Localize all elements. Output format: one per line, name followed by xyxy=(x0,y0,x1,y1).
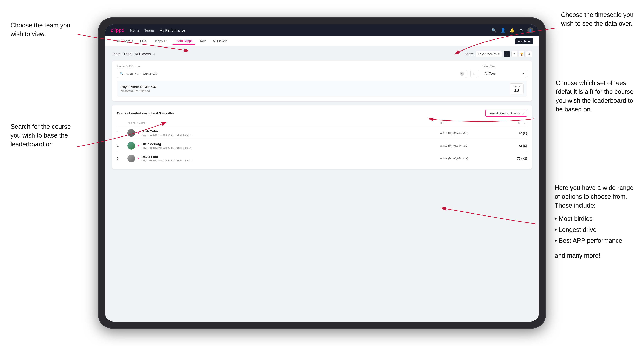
favorite-button[interactable]: ☆ xyxy=(470,70,478,77)
player-rank-3: 3 xyxy=(117,157,128,161)
subnav-pga[interactable]: PGA xyxy=(137,38,150,44)
tee-dropdown[interactable]: All Tees ▾ xyxy=(482,70,527,77)
time-period-dropdown[interactable]: Last 3 months ▾ xyxy=(476,51,502,57)
nav-link-my-performance[interactable]: My Performance xyxy=(160,28,185,32)
list-view-button[interactable]: ≡ xyxy=(511,51,517,57)
table-row: 1 ♥ Josh Coles Royal North Devon Golf Cl… xyxy=(117,127,527,140)
trophy-button[interactable]: 🏆 xyxy=(519,51,525,57)
heart-icon-1: ♥ xyxy=(138,131,139,135)
course-finder-card: Find a Golf Course 🔍 Royal North Devon G… xyxy=(112,61,532,101)
option-birdies: Most birdies xyxy=(555,213,634,224)
add-team-button[interactable]: Add Team xyxy=(515,38,534,44)
player-tee-1: White (M) (6,744 yds) xyxy=(440,131,492,135)
player-club-3: Royal North Devon Golf Club, United King… xyxy=(142,159,192,162)
view-toggle: ⊞ ≡ 🏆 ⬇ xyxy=(504,51,532,57)
download-button[interactable]: ⬇ xyxy=(526,51,532,57)
leaderboard-table: PLAYER NAME TEE SCORE 1 ♥ xyxy=(117,120,527,165)
tablet-device: clippd Home Teams My Performance 🔍 👤 🔔 ⚙… xyxy=(98,17,546,329)
bell-icon[interactable]: 🔔 xyxy=(509,28,515,33)
clear-search-button[interactable]: ✕ xyxy=(460,72,464,76)
subnav: PGAT Players PGA Hcaps 1-5 Team Clippd T… xyxy=(105,36,539,46)
player-club-1: Royal North Devon Golf Club, United King… xyxy=(142,134,192,137)
tablet-screen: clippd Home Teams My Performance 🔍 👤 🔔 ⚙… xyxy=(105,24,539,322)
settings-icon[interactable]: ⚙ xyxy=(518,28,524,33)
player-score-2: 72 (E) xyxy=(492,144,527,148)
player-name-1: Josh Coles xyxy=(142,130,192,133)
star-icon: ☆ xyxy=(473,71,476,76)
team-header: Team Clippd | 14 Players ✎ Show: Last 3 … xyxy=(112,51,532,57)
player-club-2: Royal North Devon Golf Club, United King… xyxy=(142,147,192,149)
subnav-tour[interactable]: Tour xyxy=(197,38,208,44)
show-label: Show: xyxy=(465,52,474,56)
player-score-3: 73 (+1) xyxy=(492,157,527,161)
player-avatar-3 xyxy=(128,155,135,162)
table-row: 1 ♥ Blair McHarg Royal North Devon Golf … xyxy=(117,140,527,152)
player-info-3: ♥ David Ford Royal North Devon Golf Club… xyxy=(128,155,440,162)
main-content: Team Clippd | 14 Players ✎ Show: Last 3 … xyxy=(105,46,539,322)
col-tee: TEE xyxy=(440,122,492,124)
col-player-name: PLAYER NAME xyxy=(128,122,440,124)
course-finder-label: Find a Golf Course xyxy=(117,65,467,68)
tee-label: Select Tee xyxy=(482,65,527,68)
player-tee-3: White (M) (6,744 yds) xyxy=(440,157,492,160)
holes-value: 18 xyxy=(513,88,520,93)
subnav-all-players[interactable]: All Players xyxy=(210,38,230,44)
avatar-icon: 👤 xyxy=(529,29,532,32)
course-result: Royal North Devon GC Westward Ho!, Engla… xyxy=(117,81,527,97)
annotation-search-course: Search for the courseyou wish to base th… xyxy=(10,122,71,149)
leaderboard-card: Course Leaderboard, Last 3 months Lowest… xyxy=(112,105,532,169)
search-icon[interactable]: 🔍 xyxy=(491,28,497,33)
table-row: 3 ♥ David Ford Royal North Devon Golf Cl… xyxy=(117,152,527,165)
player-info-1: ♥ Josh Coles Royal North Devon Golf Club… xyxy=(128,129,440,137)
player-name-2: Blair McHarg xyxy=(142,142,192,146)
col-score: SCORE xyxy=(492,122,527,124)
player-rank-2: 1 xyxy=(117,144,128,148)
leaderboard-title: Course Leaderboard, Last 3 months xyxy=(117,111,174,115)
heart-icon-2: ♥ xyxy=(138,144,139,147)
score-type-label: Lowest Score (18 holes) xyxy=(488,112,520,115)
course-result-name: Royal North Devon GC xyxy=(120,85,156,89)
user-icon[interactable]: 👤 xyxy=(500,28,506,33)
nav-link-teams[interactable]: Teams xyxy=(144,28,155,32)
course-result-location: Westward Ho!, England xyxy=(120,89,156,93)
table-header: PLAYER NAME TEE SCORE xyxy=(117,120,527,126)
tee-chevron-icon: ▾ xyxy=(522,72,524,75)
annotation-tees: Choose which set of tees(default is all)… xyxy=(556,79,634,114)
subnav-hcaps[interactable]: Hcaps 1-5 xyxy=(151,38,171,44)
player-score-1: 72 (E) xyxy=(492,131,527,135)
tee-section: Select Tee All Tees ▾ xyxy=(482,65,527,77)
score-type-dropdown[interactable]: Lowest Score (18 holes) ▾ xyxy=(486,110,527,117)
edit-team-icon[interactable]: ✎ xyxy=(152,52,155,56)
annotation-team: Choose the team you wish to view. xyxy=(10,21,77,39)
annotation-timescale: Choose the timescale youwish to see the … xyxy=(561,10,634,28)
search-icon-sm: 🔍 xyxy=(120,72,124,76)
player-avatar-2 xyxy=(128,142,135,150)
options-list: Most birdies Longest drive Best APP perf… xyxy=(555,213,634,246)
player-avatar-1 xyxy=(128,129,135,137)
subnav-team-clippd[interactable]: Team Clippd xyxy=(172,38,195,44)
and-more-text: and many more! xyxy=(555,251,634,260)
option-drive: Longest drive xyxy=(555,224,634,235)
player-rank-1: 1 xyxy=(117,131,128,135)
grid-view-button[interactable]: ⊞ xyxy=(504,51,510,57)
avatar[interactable]: 👤 xyxy=(528,27,534,33)
nav-link-home[interactable]: Home xyxy=(130,28,139,32)
show-controls: Show: Last 3 months ▾ ⊞ ≡ 🏆 ⬇ xyxy=(465,51,532,57)
annotation-options: Here you have a wide rangeof options to … xyxy=(555,183,634,260)
option-app: Best APP performance xyxy=(555,235,634,246)
subnav-pgat-players[interactable]: PGAT Players xyxy=(110,38,136,44)
course-search-value: Royal North Devon GC xyxy=(126,72,158,76)
team-title-container: Team Clippd | 14 Players ✎ xyxy=(112,52,155,56)
player-tee-2: White (M) (6,744 yds) xyxy=(440,144,492,148)
holes-box: Holes 18 xyxy=(510,83,524,94)
score-type-chevron-icon: ▾ xyxy=(522,111,524,115)
team-name: Team Clippd | 14 Players xyxy=(112,52,151,56)
course-search-input[interactable]: 🔍 Royal North Devon GC ✕ xyxy=(117,70,467,78)
chevron-down-icon: ▾ xyxy=(498,52,500,56)
navbar: clippd Home Teams My Performance 🔍 👤 🔔 ⚙… xyxy=(105,24,539,36)
player-name-3: David Ford xyxy=(142,155,192,159)
nav-links: Home Teams My Performance xyxy=(130,28,486,32)
holes-label: Holes xyxy=(513,85,520,88)
heart-icon-3: ♥ xyxy=(138,157,139,160)
tee-value: All Tees xyxy=(484,72,496,75)
